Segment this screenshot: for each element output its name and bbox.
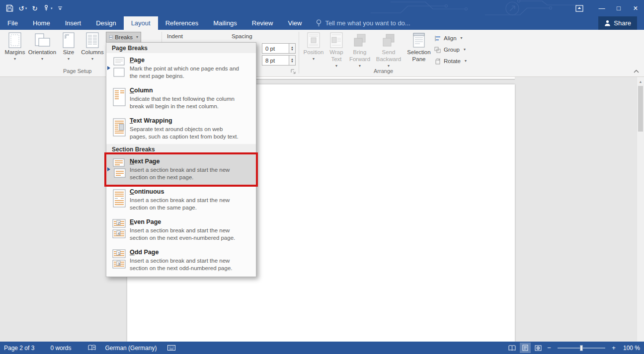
text-wrapping-icon — [112, 118, 130, 140]
margins-button[interactable]: Margins ▾ — [3, 31, 27, 61]
page-setup-group-label: Page Setup — [63, 68, 92, 74]
maximize-button[interactable]: □ — [610, 0, 627, 16]
zoom-slider-thumb[interactable] — [580, 345, 583, 351]
tab-view[interactable]: View — [280, 16, 309, 30]
word-count[interactable]: 0 words — [46, 342, 75, 354]
save-button[interactable] — [6, 4, 13, 12]
scrollbar-thumb[interactable] — [638, 86, 643, 132]
zoom-level-button[interactable]: 100 % — [623, 345, 640, 352]
columns-label: Columns — [81, 49, 103, 56]
svg-text:2: 2 — [118, 221, 120, 225]
rotate-icon — [434, 58, 441, 65]
menu-item-desc: Separate text around objects on web page… — [130, 126, 239, 141]
menu-item-desc: Indicate that the text following the col… — [130, 95, 239, 110]
print-layout-button[interactable] — [520, 343, 531, 353]
wrap-text-icon — [329, 31, 344, 49]
collapse-ribbon-button[interactable] — [631, 67, 641, 75]
position-button[interactable]: Position ▾ — [302, 31, 325, 61]
tell-me-input[interactable]: Tell me what you want to do... — [316, 16, 410, 30]
orientation-button[interactable]: Orientation ▾ — [28, 31, 57, 61]
tab-home[interactable]: Home — [25, 16, 58, 30]
status-bar: Page 2 of 3 0 words German (Germany) − — [0, 342, 644, 354]
position-caret-icon: ▾ — [313, 57, 315, 61]
tab-layout[interactable]: Layout — [124, 16, 158, 30]
undo-button[interactable]: ↺ ▾ — [18, 4, 27, 12]
menu-item-title: Odd Page — [130, 249, 239, 256]
paragraph-dialog-launcher[interactable] — [291, 68, 297, 73]
spacing-after-input[interactable]: 8 pt — [262, 55, 289, 66]
ribbon-tab-bar: File Home Insert Design Layout Reference… — [0, 16, 644, 30]
rotate-button[interactable]: Rotate ▾ — [434, 57, 467, 66]
tab-design[interactable]: Design — [88, 16, 123, 30]
undo-dropdown-caret-icon[interactable]: ▾ — [25, 6, 27, 10]
menu-item-column[interactable]: Column Indicate that the text following … — [106, 83, 256, 114]
send-backward-button[interactable]: Send Backward ▾ — [374, 31, 403, 68]
spacing-before-value: 0 pt — [265, 46, 275, 52]
menu-item-odd-page[interactable]: 13 Odd Page Insert a section break and s… — [106, 245, 256, 276]
menu-item-page[interactable]: Page Mark the point at which one page en… — [106, 53, 256, 83]
minimize-button[interactable]: — — [593, 0, 610, 16]
selection-pane-button[interactable]: Selection Pane — [405, 31, 432, 63]
menu-item-next-page[interactable]: Next Page Insert a section break and sta… — [106, 154, 256, 185]
read-mode-icon — [508, 345, 516, 351]
tab-review[interactable]: Review — [244, 16, 281, 30]
spacing-before-stepper[interactable]: ▲ ▼ — [289, 43, 296, 54]
spacing-after-stepper[interactable]: ▲ ▼ — [289, 55, 296, 66]
group-button[interactable]: Group ▾ — [434, 45, 466, 54]
align-button[interactable]: Align ▾ — [434, 34, 463, 43]
read-mode-button[interactable] — [507, 343, 518, 353]
web-layout-button[interactable] — [533, 343, 544, 353]
wrap-text-button[interactable]: Wrap Text ▾ — [326, 31, 347, 68]
zoom-in-button[interactable]: + — [610, 344, 617, 352]
share-button[interactable]: Share — [598, 16, 637, 30]
bring-forward-caret-icon: ▾ — [359, 64, 361, 68]
tab-insert[interactable]: Insert — [58, 16, 89, 30]
tab-mailings[interactable]: Mailings — [206, 16, 244, 30]
tab-file[interactable]: File — [0, 16, 25, 30]
menu-item-continuous[interactable]: Continuous Insert a section break and st… — [106, 185, 256, 215]
spacing-before-input[interactable]: 0 pt — [262, 43, 289, 54]
orientation-caret-icon: ▾ — [41, 57, 43, 61]
proofing-status-button[interactable] — [84, 342, 100, 354]
ribbon-display-options-button[interactable] — [569, 0, 589, 16]
keyboard-indicator[interactable] — [163, 342, 179, 354]
size-button[interactable]: Size ▾ — [59, 31, 79, 61]
zoom-out-button[interactable]: − — [546, 344, 553, 352]
status-bar-right: − + 100 % — [507, 342, 640, 354]
close-button[interactable]: × — [627, 0, 644, 16]
document-area[interactable]: ▲ — [0, 77, 644, 342]
section-breaks-header-label: Section Breaks — [112, 146, 155, 153]
customize-qat-button[interactable] — [58, 6, 63, 11]
quick-access-toolbar: ↺ ▾ ↻ ▾ — [6, 0, 63, 16]
rotate-label: Rotate — [444, 58, 461, 64]
next-page-break-icon — [112, 158, 130, 180]
bring-forward-button[interactable]: Bring Forward ▾ — [348, 31, 372, 68]
language-selector[interactable]: German (Germany) — [101, 342, 161, 354]
menu-item-text-wrapping[interactable]: Text Wrapping Separate text around objec… — [106, 114, 256, 144]
redo-button[interactable]: ↻ — [32, 4, 38, 12]
menu-item-title: Next Page — [130, 158, 239, 165]
breaks-label: Breaks — [115, 34, 133, 40]
send-backward-caret-icon: ▾ — [388, 64, 390, 68]
spin-down-icon[interactable]: ▼ — [291, 49, 294, 51]
rotate-caret-icon: ▾ — [465, 59, 467, 63]
tab-references[interactable]: References — [158, 16, 206, 30]
pointer-marker-icon — [107, 66, 110, 70]
menu-item-even-page[interactable]: 24 Even Page Insert a section break and … — [106, 215, 256, 245]
size-icon — [61, 31, 76, 49]
touch-mouse-mode-button[interactable]: ▾ — [43, 4, 53, 12]
vertical-scrollbar[interactable]: ▲ — [637, 77, 644, 342]
breaks-button[interactable]: Breaks ▾ — [106, 32, 141, 43]
dialog-launcher-icon — [291, 69, 296, 74]
columns-button[interactable]: Columns ▾ — [80, 31, 105, 61]
save-icon — [6, 4, 13, 12]
window-controls: — □ × — [569, 0, 644, 16]
scroll-up-arrow-icon[interactable]: ▲ — [637, 78, 644, 85]
page-indicator[interactable]: Page 2 of 3 — [0, 342, 38, 354]
size-label: Size — [63, 49, 74, 56]
align-caret-icon: ▾ — [461, 36, 463, 40]
spin-down-icon[interactable]: ▼ — [291, 61, 294, 63]
breaks-caret-icon: ▾ — [136, 35, 138, 39]
odd-page-break-icon: 13 — [112, 249, 130, 271]
zoom-slider[interactable] — [558, 348, 605, 349]
